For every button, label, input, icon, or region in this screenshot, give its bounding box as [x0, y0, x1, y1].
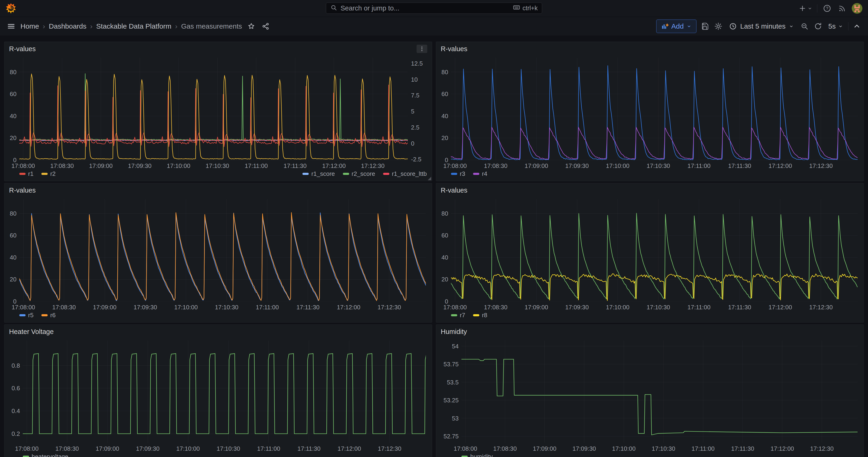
legend-item-r5[interactable]: r5 [19, 312, 33, 319]
panel-header: R-values [4, 42, 432, 54]
panel-r-values-3: R-values 02040608017:08:0017:08:3017:09:… [4, 183, 432, 323]
dashboard-settings-button[interactable] [713, 21, 723, 31]
share-button[interactable] [260, 21, 271, 31]
new-menu-button[interactable] [799, 4, 812, 12]
breadcrumb-folder[interactable]: Stackable Data Platform [96, 22, 171, 30]
y-axis-right-label: 12.5 [411, 60, 423, 67]
panel-menu-button[interactable] [416, 44, 427, 53]
y-axis-right-label: 5 [411, 108, 414, 115]
user-avatar[interactable] [852, 3, 862, 14]
time-range-picker[interactable]: Last 5 minutes [727, 22, 796, 30]
chart-canvas[interactable] [451, 58, 858, 160]
resize-grip[interactable] [428, 177, 431, 180]
panel-title[interactable]: R-values [441, 186, 467, 194]
legend-item-r1_score_lttb[interactable]: r1_score_lttb [383, 170, 427, 178]
x-axis-label: 17:11:30 [728, 162, 751, 169]
x-axis-label: 17:10:00 [606, 162, 629, 169]
help-button[interactable]: ? [822, 3, 832, 13]
legend-item-r6[interactable]: r6 [41, 312, 56, 319]
y-axis-label: 80 [10, 69, 17, 75]
x-axis-label: 17:11:00 [256, 304, 279, 311]
search-input[interactable]: Search or jump to... ctrl+k [326, 3, 542, 14]
news-button[interactable] [837, 3, 847, 13]
zoom-out-time-button[interactable] [799, 21, 810, 31]
legend-item-heatervoltage[interactable]: heatervoltage [23, 453, 68, 457]
panel-title[interactable]: R-values [9, 186, 36, 194]
grafana-logo-icon[interactable] [6, 3, 16, 14]
y-axis-label: 0.8 [11, 362, 20, 369]
time-range-label: Last 5 minutes [740, 22, 785, 30]
panel-r-values-4: R-values 02040608017:08:0017:08:3017:09:… [436, 183, 864, 323]
x-axis-label: 17:08:30 [50, 162, 74, 169]
x-axis-label: 17:12:00 [769, 162, 792, 169]
legend-item-r2[interactable]: r2 [41, 170, 56, 178]
panel-legend: r7r8 [436, 312, 864, 322]
panel-title[interactable]: R-values [441, 45, 467, 53]
chart-area[interactable]: 0.20.40.60.817:08:0017:08:3017:09:0017:0… [4, 337, 432, 453]
x-axis-label: 17:12:00 [771, 445, 794, 452]
refresh-interval-label: 5s [828, 22, 836, 30]
x-axis-label: 17:09:30 [565, 162, 589, 169]
legend-item-r1_score[interactable]: r1_score [303, 170, 335, 178]
y-axis-label: 40 [10, 254, 17, 261]
legend-item-r2_score[interactable]: r2_score [343, 170, 375, 178]
refresh-button[interactable] [813, 21, 823, 31]
x-axis-label: 17:08:00 [443, 162, 467, 169]
x-axis-label: 17:10:30 [652, 445, 675, 452]
x-axis-label: 17:12:00 [338, 445, 361, 452]
y-axis-label: 20 [10, 134, 17, 142]
add-panel-button[interactable]: Add [656, 20, 696, 33]
legend-swatch [19, 314, 26, 316]
breadcrumb-home[interactable]: Home [21, 22, 39, 30]
chart-canvas[interactable] [451, 199, 858, 301]
legend-item-r1[interactable]: r1 [19, 170, 33, 178]
panel-r-values-1: R-values 020406080-2.502.557.51012.517:0… [4, 42, 432, 181]
y-axis-label: 80 [441, 69, 448, 75]
x-axis-label: 17:11:00 [245, 162, 268, 169]
chart-area[interactable]: 020406080-2.502.557.51012.517:08:0017:08… [4, 54, 432, 170]
x-axis-label: 17:11:30 [728, 304, 751, 311]
x-axis-label: 17:10:00 [176, 445, 200, 452]
legend-item-r8[interactable]: r8 [473, 312, 487, 319]
chart-canvas[interactable] [23, 340, 426, 443]
breadcrumb-separator: › [43, 22, 45, 30]
chart-canvas[interactable] [19, 58, 408, 160]
add-label: Add [671, 22, 684, 30]
chart-area[interactable]: 02040608017:08:0017:08:3017:09:0017:09:3… [436, 195, 864, 312]
bar-chart-plus-icon [661, 23, 669, 30]
collapse-toolbar-button[interactable] [852, 21, 862, 31]
x-axis-label: 17:08:30 [484, 162, 507, 169]
hamburger-icon [7, 22, 16, 31]
legend-item-r7[interactable]: r7 [451, 312, 465, 319]
legend-item-humidity[interactable]: humidity [461, 453, 493, 457]
legend-item-r4[interactable]: r4 [473, 170, 487, 178]
x-axis-label: 17:12:00 [322, 162, 346, 169]
y-axis-label: 60 [10, 90, 17, 97]
legend-label: r7 [460, 312, 465, 319]
save-icon [701, 22, 709, 30]
x-axis-label: 17:11:00 [257, 445, 280, 452]
panel-title[interactable]: Heater Voltage [9, 328, 54, 336]
chart-area[interactable]: 52.755353.2553.553.755417:08:0017:08:301… [436, 337, 864, 453]
chart-area[interactable]: 02040608017:08:0017:08:3017:09:0017:09:3… [4, 195, 432, 312]
chart-area[interactable]: 02040608017:08:0017:08:3017:09:0017:09:3… [436, 54, 864, 170]
mega-menu-button[interactable] [6, 21, 16, 31]
refresh-interval-picker[interactable]: 5s [827, 22, 845, 30]
plus-icon [799, 4, 806, 12]
chevron-down-icon [838, 24, 843, 29]
chart-canvas[interactable] [461, 340, 858, 443]
x-axis-label: 17:11:30 [284, 162, 307, 169]
x-axis-label: 17:11:00 [687, 304, 710, 311]
panel-humidity: Humidity 52.755353.2553.553.755417:08:00… [436, 325, 864, 457]
panel-title[interactable]: R-values [9, 45, 36, 53]
breadcrumb-current: Gas measurements [181, 22, 242, 30]
legend-label: r1_score [311, 170, 335, 178]
favorite-button[interactable] [246, 21, 256, 31]
panel-title[interactable]: Humidity [441, 328, 467, 336]
legend-swatch [461, 456, 468, 457]
chart-canvas[interactable] [19, 199, 426, 301]
breadcrumb-dashboards[interactable]: Dashboards [49, 22, 87, 30]
save-dashboard-button[interactable] [700, 21, 710, 31]
x-axis-label: 17:08:00 [15, 445, 39, 452]
legend-item-r3[interactable]: r3 [451, 170, 465, 178]
